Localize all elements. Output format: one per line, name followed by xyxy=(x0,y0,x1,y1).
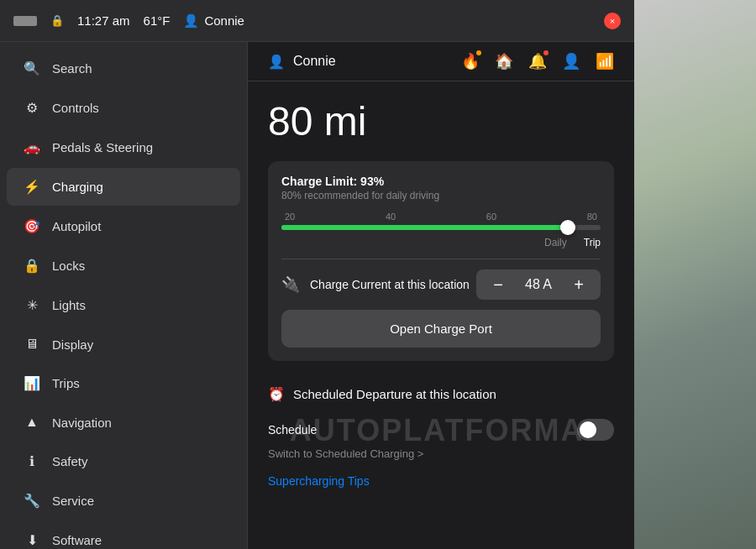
charging-icon: ⚡ xyxy=(24,179,40,195)
scheduled-title: Scheduled Departure at this location xyxy=(293,387,496,401)
sidebar-label-trips: Trips xyxy=(52,376,80,390)
schedule-row: Schedule xyxy=(268,412,614,447)
slider-label-daily[interactable]: Daily xyxy=(544,237,567,248)
charge-current-row: 🔌 Charge Current at this location − 48 A… xyxy=(281,269,601,300)
open-charge-port-button[interactable]: Open Charge Port xyxy=(281,310,601,348)
car-icon xyxy=(13,16,37,26)
sidebar-item-software[interactable]: ⬇ Software xyxy=(7,521,240,549)
slider-mark-80: 80 xyxy=(587,212,597,222)
scheduled-header: ⏰ Scheduled Departure at this location xyxy=(268,374,614,412)
panel-body: 80 mi Charge Limit: 93% 80% recommended … xyxy=(248,81,634,549)
sidebar-item-charging[interactable]: ⚡ Charging xyxy=(7,168,240,206)
software-icon: ⬇ xyxy=(24,532,40,548)
sidebar-label-controls: Controls xyxy=(52,101,99,115)
safety-icon: ℹ xyxy=(24,453,40,469)
panel-user-icon: 👤 xyxy=(268,54,285,70)
sidebar-item-controls[interactable]: ⚙ Controls xyxy=(7,89,240,127)
status-time: 11:27 am xyxy=(77,13,130,28)
sidebar-item-locks[interactable]: 🔒 Locks xyxy=(7,247,240,285)
sidebar-label-safety: Safety xyxy=(52,454,88,468)
slider-mark-40: 40 xyxy=(386,212,396,222)
locks-icon: 🔒 xyxy=(24,258,40,274)
card-divider xyxy=(281,259,601,259)
status-user-name: Connie xyxy=(204,13,244,28)
supercharging-tips-link[interactable]: Supercharging Tips xyxy=(268,474,370,488)
sidebar-item-pedals[interactable]: 🚗 Pedals & Steering xyxy=(7,128,240,166)
sidebar-label-service: Service xyxy=(52,494,94,508)
sidebar-label-display: Display xyxy=(52,337,93,352)
lights-icon: ✳ xyxy=(24,297,40,313)
slider-thumb[interactable] xyxy=(560,220,575,235)
pedals-icon: 🚗 xyxy=(24,139,40,155)
notification-icon[interactable]: 🔔 xyxy=(528,52,547,71)
close-button[interactable]: × xyxy=(604,13,621,29)
fire-icon[interactable]: 🔥 xyxy=(461,52,480,71)
sidebar-item-service[interactable]: 🔧 Service xyxy=(7,482,240,520)
sidebar-label-pedals: Pedals & Steering xyxy=(52,140,153,154)
charge-current-label: Charge Current at this location xyxy=(310,277,470,292)
sidebar-item-trips[interactable]: 📊 Trips xyxy=(7,364,240,402)
range-display: 80 mi xyxy=(268,98,614,144)
slider-mark-20: 20 xyxy=(285,212,295,222)
sidebar-item-search[interactable]: 🔍 Search xyxy=(7,50,240,87)
charge-slider[interactable] xyxy=(281,225,601,230)
service-icon: 🔧 xyxy=(24,493,40,509)
sidebar-label-lights: Lights xyxy=(52,298,86,312)
sidebar-item-safety[interactable]: ℹ Safety xyxy=(7,442,240,480)
slider-fill xyxy=(281,225,562,230)
status-user-icon: 👤 xyxy=(183,13,199,29)
user-icon[interactable]: 👤 xyxy=(562,52,580,71)
navigation-icon: ▲ xyxy=(24,415,40,430)
schedule-toggle[interactable] xyxy=(577,419,614,441)
sidebar-label-autopilot: Autopilot xyxy=(52,219,101,233)
slider-marks: 20 40 60 80 xyxy=(281,212,601,222)
main-screen: 🔒 11:27 am 61°F 👤 Connie × 🔍 Search ⚙ Co… xyxy=(0,0,634,549)
signal-icon[interactable]: 📶 xyxy=(596,52,614,71)
status-right: × xyxy=(554,13,621,29)
charge-current-left: 🔌 Charge Current at this location xyxy=(281,275,470,294)
increase-current-button[interactable]: + xyxy=(569,276,589,293)
plug-icon: 🔌 xyxy=(281,275,300,294)
sidebar-label-search: Search xyxy=(52,61,92,76)
display-icon: 🖥 xyxy=(24,337,40,352)
search-icon: 🔍 xyxy=(24,60,40,76)
panel-user: 👤 Connie xyxy=(268,54,336,70)
decrease-current-button[interactable]: − xyxy=(488,276,508,293)
slider-mode-labels: Daily Trip xyxy=(281,237,601,248)
sidebar-item-lights[interactable]: ✳ Lights xyxy=(7,286,240,324)
slider-track xyxy=(281,225,601,230)
trips-icon: 📊 xyxy=(24,375,40,391)
panel-user-name: Connie xyxy=(293,54,336,69)
charge-card: Charge Limit: 93% 80% recommended for da… xyxy=(268,161,614,361)
schedule-label: Schedule xyxy=(268,423,317,437)
status-user: 👤 Connie xyxy=(183,13,244,29)
sidebar-item-navigation[interactable]: ▲ Navigation xyxy=(7,404,240,441)
status-temperature: 61°F xyxy=(144,13,171,28)
sidebar: 🔍 Search ⚙ Controls 🚗 Pedals & Steering … xyxy=(0,42,248,549)
panel-header: 👤 Connie 🔥 🏠 🔔 👤 📶 xyxy=(248,42,634,81)
controls-icon: ⚙ xyxy=(24,100,40,116)
sidebar-label-navigation: Navigation xyxy=(52,416,112,430)
charge-current-control: − 48 A + xyxy=(476,269,601,300)
sidebar-label-locks: Locks xyxy=(52,259,85,273)
charge-limit-label: Charge Limit: 93% xyxy=(281,175,601,188)
status-bar: 🔒 11:27 am 61°F 👤 Connie × xyxy=(0,0,634,42)
scheduled-icon: ⏰ xyxy=(268,386,285,402)
autopilot-icon: 🎯 xyxy=(24,218,40,234)
switch-charging-link[interactable]: Switch to Scheduled Charging > xyxy=(268,447,614,460)
panel-icons: 🔥 🏠 🔔 👤 📶 xyxy=(461,52,614,71)
sidebar-item-autopilot[interactable]: 🎯 Autopilot xyxy=(7,207,240,245)
slider-mark-60: 60 xyxy=(486,212,496,222)
lock-icon: 🔒 xyxy=(50,14,64,27)
toggle-knob xyxy=(580,421,596,438)
right-panel: 👤 Connie 🔥 🏠 🔔 👤 📶 80 mi Charge Limit: xyxy=(248,42,634,549)
home-icon[interactable]: 🏠 xyxy=(495,52,513,71)
sidebar-label-charging: Charging xyxy=(52,180,103,194)
car-background xyxy=(634,0,756,549)
scheduled-departure-section: ⏰ Scheduled Departure at this location S… xyxy=(268,374,614,460)
status-left: 🔒 11:27 am 61°F 👤 Connie xyxy=(13,13,554,29)
sidebar-label-software: Software xyxy=(52,533,102,547)
sidebar-item-display[interactable]: 🖥 Display xyxy=(7,326,240,363)
charge-recommended: 80% recommended for daily driving xyxy=(281,190,601,201)
slider-label-trip[interactable]: Trip xyxy=(584,237,601,248)
